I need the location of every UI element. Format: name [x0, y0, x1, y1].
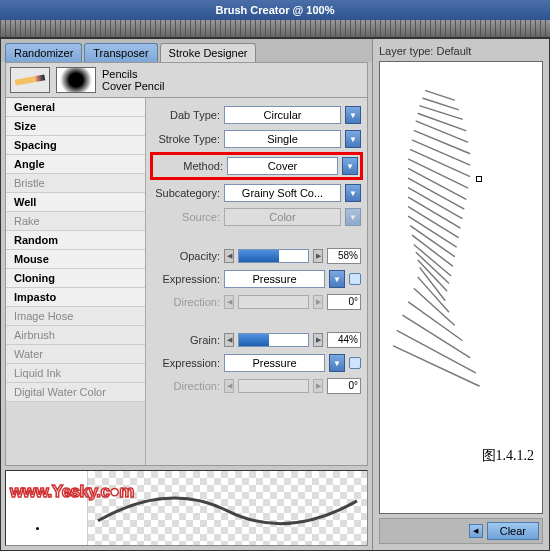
brush-selector-row: Pencils Cover Pencil	[5, 62, 368, 98]
category-item[interactable]: Size	[6, 117, 145, 136]
brush-name-label: Cover Pencil	[102, 80, 164, 92]
brush-category-label: Pencils	[102, 68, 164, 80]
field-dab-type[interactable]: Circular	[224, 106, 341, 124]
left-panel: Randomizer Transposer Stroke Designer Pe…	[1, 39, 373, 550]
scribble-icon	[380, 62, 542, 481]
row-direction-1: Direction: ◀ ▶ 0°	[152, 294, 361, 310]
row-source: Source: Color	[152, 208, 361, 226]
category-item[interactable]: Impasto	[6, 288, 145, 307]
category-item[interactable]: Random	[6, 231, 145, 250]
category-item[interactable]: Liquid Ink	[6, 364, 145, 383]
row-method-highlighted: Method: Cover	[150, 152, 363, 180]
slider-left-icon[interactable]: ◀	[224, 333, 234, 347]
label-opacity: Opacity:	[152, 250, 220, 262]
category-item[interactable]: Digital Water Color	[6, 383, 145, 402]
slider-grain[interactable]	[238, 333, 309, 347]
label-expression: Expression:	[152, 273, 220, 285]
slider-left-icon[interactable]: ◀	[224, 249, 234, 263]
window-title: Brush Creator @ 100%	[216, 4, 335, 16]
row-opacity: Opacity: ◀ ▶ 58%	[152, 248, 361, 264]
label-grain: Grain:	[152, 334, 220, 346]
canvas-handle-icon[interactable]	[476, 176, 482, 182]
field-stroke-type[interactable]: Single	[224, 130, 341, 148]
dropdown-arrow-icon[interactable]	[345, 184, 361, 202]
category-item[interactable]: General	[6, 98, 145, 117]
watermark-text: www.Yesky.c●m	[10, 482, 134, 502]
invert-checkbox[interactable]	[349, 273, 361, 285]
grain-value[interactable]: 44%	[327, 332, 361, 348]
dropdown-arrow-icon[interactable]	[345, 130, 361, 148]
row-expression-2: Expression: Pressure	[152, 354, 361, 372]
right-panel: Layer type: Default 图1.4.1.2 ◀ Clear	[373, 39, 549, 550]
row-stroke-type: Stroke Type: Single	[152, 130, 361, 148]
tab-randomizer[interactable]: Randomizer	[5, 43, 82, 62]
direction-1-value: 0°	[327, 294, 361, 310]
category-item[interactable]: Water	[6, 345, 145, 364]
scroll-left-icon[interactable]: ◀	[469, 524, 483, 538]
slider-left-icon: ◀	[224, 379, 234, 393]
brush-dab-icon[interactable]	[56, 67, 96, 93]
slider-direction-1	[238, 295, 309, 309]
ruler-strip	[0, 20, 550, 38]
slider-direction-2	[238, 379, 309, 393]
label-expression: Expression:	[152, 357, 220, 369]
category-item[interactable]: Angle	[6, 155, 145, 174]
row-grain: Grain: ◀ ▶ 44%	[152, 332, 361, 348]
category-list: GeneralSizeSpacingAngleBristleWellRakeRa…	[6, 98, 146, 465]
row-direction-2: Direction: ◀ ▶ 0°	[152, 378, 361, 394]
slider-right-icon: ▶	[313, 379, 323, 393]
label-dab-type: Dab Type:	[152, 109, 220, 121]
brush-category-icon[interactable]	[10, 67, 50, 93]
window-titlebar: Brush Creator @ 100%	[0, 0, 550, 20]
dropdown-arrow-icon[interactable]	[345, 106, 361, 124]
row-expression-1: Expression: Pressure	[152, 270, 361, 288]
dropdown-arrow-icon[interactable]	[329, 270, 345, 288]
dropdown-arrow-icon[interactable]	[342, 157, 358, 175]
properties-panel: Dab Type: Circular Stroke Type: Single M…	[146, 98, 367, 465]
test-canvas[interactable]: 图1.4.1.2	[379, 61, 543, 514]
slider-opacity[interactable]	[238, 249, 309, 263]
label-source: Source:	[152, 211, 220, 223]
field-source: Color	[224, 208, 341, 226]
slider-right-icon: ▶	[313, 295, 323, 309]
clear-row: ◀ Clear	[379, 518, 543, 544]
slider-right-icon[interactable]: ▶	[313, 333, 323, 347]
figure-label: 图1.4.1.2	[482, 447, 535, 465]
category-item[interactable]: Spacing	[6, 136, 145, 155]
dropdown-arrow-icon[interactable]	[329, 354, 345, 372]
designer-columns: GeneralSizeSpacingAngleBristleWellRakeRa…	[5, 98, 368, 466]
clear-button[interactable]: Clear	[487, 522, 539, 540]
label-stroke-type: Stroke Type:	[152, 133, 220, 145]
slider-right-icon[interactable]: ▶	[313, 249, 323, 263]
slider-left-icon: ◀	[224, 295, 234, 309]
label-direction: Direction:	[152, 380, 220, 392]
main-area: Randomizer Transposer Stroke Designer Pe…	[0, 38, 550, 551]
category-item[interactable]: Image Hose	[6, 307, 145, 326]
category-item[interactable]: Well	[6, 193, 145, 212]
direction-2-value: 0°	[327, 378, 361, 394]
layer-type-label: Layer type: Default	[379, 45, 543, 57]
brush-name-block: Pencils Cover Pencil	[102, 68, 164, 92]
category-item[interactable]: Bristle	[6, 174, 145, 193]
tab-transposer[interactable]: Transposer	[84, 43, 157, 62]
category-item[interactable]: Airbrush	[6, 326, 145, 345]
field-expression-1[interactable]: Pressure	[224, 270, 325, 288]
category-item[interactable]: Rake	[6, 212, 145, 231]
dropdown-arrow-icon	[345, 208, 361, 226]
label-direction: Direction:	[152, 296, 220, 308]
category-item[interactable]: Cloning	[6, 269, 145, 288]
invert-checkbox[interactable]	[349, 357, 361, 369]
label-subcategory: Subcategory:	[152, 187, 220, 199]
row-dab-type: Dab Type: Circular	[152, 106, 361, 124]
category-item[interactable]: Mouse	[6, 250, 145, 269]
field-method[interactable]: Cover	[227, 157, 338, 175]
row-subcategory: Subcategory: Grainy Soft Co...	[152, 184, 361, 202]
tab-stroke-designer[interactable]: Stroke Designer	[160, 43, 257, 62]
label-method: Method:	[155, 160, 223, 172]
opacity-value[interactable]: 58%	[327, 248, 361, 264]
field-expression-2[interactable]: Pressure	[224, 354, 325, 372]
field-subcategory[interactable]: Grainy Soft Co...	[224, 184, 341, 202]
tab-bar: Randomizer Transposer Stroke Designer	[1, 39, 372, 62]
